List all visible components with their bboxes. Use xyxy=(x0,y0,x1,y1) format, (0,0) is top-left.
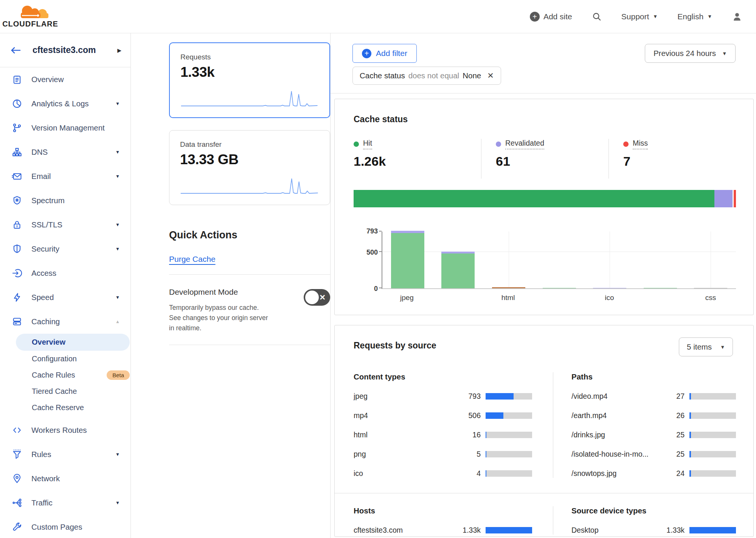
chart-bar-segment xyxy=(644,288,677,289)
sidebar-item-speed[interactable]: Speed▼ xyxy=(0,285,130,309)
sidebar-item-label: SSL/TLS xyxy=(31,220,115,229)
sidebar-item-access[interactable]: Access xyxy=(0,261,130,285)
chevron-down-icon: ▼ xyxy=(115,500,120,505)
chart-y-tick xyxy=(379,288,382,288)
cache-stat-miss[interactable]: Miss7 xyxy=(609,139,736,179)
cache-stat-label: Revalidated xyxy=(496,139,544,149)
sidebar-item-label: DNS xyxy=(31,148,115,157)
data-transfer-card-label: Data transfer xyxy=(180,140,319,149)
sidebar-item-label: Analytics & Logs xyxy=(31,99,115,108)
remove-filter-icon[interactable]: ✕ xyxy=(487,71,494,80)
chart-bars xyxy=(382,232,736,288)
chart-bar-segment xyxy=(441,253,475,288)
chevron-up-icon: ▲ xyxy=(115,319,120,324)
sidebar-item-label: Spectrum xyxy=(31,196,120,205)
purge-cache-link[interactable]: Purge Cache xyxy=(169,255,216,264)
requests-card[interactable]: Requests 1.33k xyxy=(169,42,330,118)
items-count-dropdown[interactable]: 5 items ▼ xyxy=(679,337,733,356)
metric-value: 793 xyxy=(468,392,481,401)
chart-y-tick xyxy=(379,251,382,252)
sidebar: cftestsite3.com ▶ OverviewAnalytics & Lo… xyxy=(0,33,131,538)
sidebar-item-dns[interactable]: DNS▼ xyxy=(0,140,130,164)
user-account-icon[interactable] xyxy=(732,11,742,22)
chart-bar-segment xyxy=(694,288,727,289)
sidebar-item-label: Security xyxy=(31,244,115,253)
metric-value: 25 xyxy=(676,450,685,459)
sidebar-item-custom-pages[interactable]: Custom Pages xyxy=(0,515,130,538)
sidebar-item-spectrum[interactable]: Spectrum xyxy=(0,188,130,213)
metric-bar-fill xyxy=(486,470,486,477)
rules-icon xyxy=(11,449,23,460)
add-site-button[interactable]: + Add site xyxy=(530,12,572,22)
chevron-down-icon: ▼ xyxy=(115,246,120,252)
add-filter-button[interactable]: + Add filter xyxy=(352,44,417,63)
chevron-down-icon: ▼ xyxy=(115,101,120,106)
cache-stat-hit[interactable]: Hit1.26k xyxy=(354,139,481,179)
metric-bar-track xyxy=(486,527,532,533)
stacked-segment-hit xyxy=(354,190,714,207)
sidebar-item-traffic[interactable]: Traffic▼ xyxy=(0,491,130,515)
sidebar-item-ssl-tls[interactable]: SSL/TLS▼ xyxy=(0,213,130,237)
cache-status-chart: 7935000 jpeghtmlicocss xyxy=(354,232,736,302)
email-icon xyxy=(11,171,23,182)
sidebar-item-tiered-cache[interactable]: Tiered Cache xyxy=(0,383,130,400)
sidebar-item-label: Rules xyxy=(31,450,115,459)
sidebar-item-label: Workers Routes xyxy=(31,426,120,435)
metric-bar-fill xyxy=(689,432,691,438)
sidebar-subitem-label: Tiered Cache xyxy=(32,387,130,396)
sidebar-item-cache-rules[interactable]: Cache RulesBeta xyxy=(0,367,130,383)
sidebar-item-network[interactable]: Network xyxy=(0,466,130,491)
time-range-dropdown[interactable]: Previous 24 hours ▼ xyxy=(645,44,736,63)
sidebar-item-security[interactable]: Security▼ xyxy=(0,237,130,261)
sidebar-item-label: Traffic xyxy=(31,498,115,507)
support-menu[interactable]: Support ▼ xyxy=(621,12,658,21)
sidebar-item-caching[interactable]: Caching▲ xyxy=(0,309,130,334)
metric-value: 24 xyxy=(676,469,685,478)
chevron-down-icon: ▼ xyxy=(115,452,120,457)
data-transfer-card[interactable]: Data transfer 13.33 GB xyxy=(169,130,330,205)
filter-operator: does not equal xyxy=(408,71,459,80)
chart-y-tick-label: 793 xyxy=(366,227,378,235)
host-row-cftestsite3-com: cftestsite3.com1.33k xyxy=(354,526,532,535)
sidebar-item-configuration[interactable]: Configuration xyxy=(0,351,130,367)
development-mode-title: Development Mode xyxy=(169,288,304,297)
metric-value: 5 xyxy=(477,450,481,459)
chevron-right-icon[interactable]: ▶ xyxy=(117,47,121,53)
chart-x-label: jpeg xyxy=(382,294,432,302)
chevron-down-icon: ▼ xyxy=(115,222,120,227)
sidebar-item-workers-routes[interactable]: Workers Routes xyxy=(0,418,130,442)
cache-stat-revalidated[interactable]: Revalidated61 xyxy=(481,139,609,179)
sidebar-item-cache-reserve[interactable]: Cache Reserve xyxy=(0,400,130,416)
sidebar-item-overview[interactable]: Overview xyxy=(16,334,130,351)
chart-bar-segment xyxy=(492,287,525,288)
back-arrow-icon[interactable] xyxy=(10,46,21,55)
metric-label: Desktop xyxy=(571,526,666,535)
search-icon[interactable] xyxy=(592,12,602,22)
chart-x-label: ico xyxy=(584,294,635,302)
toggle-off-x-icon: ✕ xyxy=(319,293,326,302)
chart-bar-slot xyxy=(382,232,433,288)
analytics-icon xyxy=(11,98,23,109)
active-filter-chip[interactable]: Cache status does not equal None ✕ xyxy=(352,67,501,85)
cache-stat-label-text: Hit xyxy=(363,139,372,149)
sidebar-item-overview[interactable]: Overview xyxy=(0,67,130,92)
development-mode-toggle[interactable]: ✕ xyxy=(304,289,330,306)
sidebar-item-analytics-logs[interactable]: Analytics & Logs▼ xyxy=(0,92,130,116)
workers-routes-icon xyxy=(11,424,23,436)
cache-stat-label: Hit xyxy=(354,139,372,149)
sidebar-item-label: Network xyxy=(31,474,120,483)
metric-label: /drinks.jpg xyxy=(571,431,676,439)
metric-bar-track xyxy=(486,412,532,419)
sidebar-item-version-management[interactable]: Version Management xyxy=(0,116,130,140)
chart-x-label: html xyxy=(483,294,534,302)
chart-bar-slot xyxy=(483,232,534,288)
sidebar-item-email[interactable]: Email▼ xyxy=(0,164,130,188)
caching-icon xyxy=(11,316,23,327)
sidebar-item-rules[interactable]: Rules▼ xyxy=(0,442,130,466)
metric-label: ico xyxy=(354,469,477,478)
language-menu[interactable]: English ▼ xyxy=(677,12,712,21)
cloudflare-logo[interactable]: CLOUDFLARE xyxy=(6,5,55,28)
metric-bar-track xyxy=(486,470,532,477)
chart-x-label xyxy=(432,294,483,302)
sidebar-subitem-label: Configuration xyxy=(32,355,130,363)
